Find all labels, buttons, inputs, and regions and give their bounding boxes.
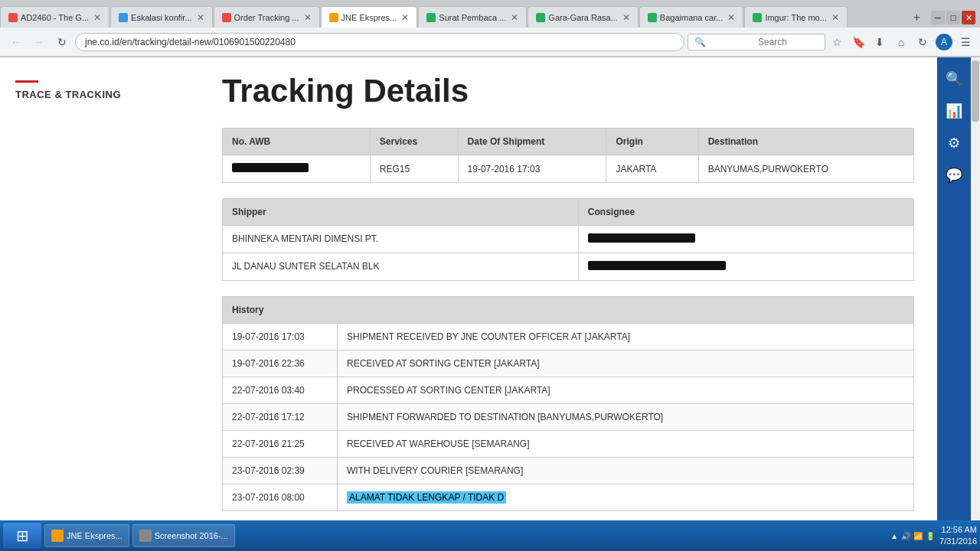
reload-button[interactable]: ↻: [52, 32, 72, 52]
sync-icon[interactable]: ↻: [914, 34, 931, 51]
tab-t4[interactable]: JNE Ekspres...✕: [321, 6, 418, 28]
right-icon-chart[interactable]: 📊: [939, 96, 969, 126]
right-icon-search[interactable]: 🔍: [939, 64, 969, 94]
menu-icon[interactable]: ☰: [957, 34, 974, 51]
bookmark-star-icon[interactable]: ☆: [828, 34, 845, 51]
history-date: 19-07-2016 22:36: [223, 350, 338, 377]
search-icon: 🔍: [694, 37, 755, 47]
history-date: 23-07-2016 02:39: [223, 458, 338, 484]
sidebar-accent: [15, 80, 38, 83]
date-cell: 19-07-2016 17:03: [458, 155, 606, 183]
history-row: 19-07-2016 22:36RECEIVED AT SORTING CENT…: [223, 350, 914, 377]
home-icon[interactable]: ⌂: [893, 34, 910, 51]
history-row: 23-07-2016 02:39WITH DELIVERY COURIER [S…: [223, 458, 914, 484]
col-header-consignee: Consignee: [578, 199, 913, 226]
history-date: 22-07-2016 03:40: [223, 377, 338, 404]
awb-redacted: [232, 163, 309, 172]
history-row: 22-07-2016 17:12SHIPMENT FORWARDED TO DE…: [223, 404, 914, 431]
page-heading: Tracking Details: [222, 73, 914, 109]
scrollbar[interactable]: [971, 57, 980, 521]
consignee-address-redacted: [588, 261, 726, 270]
destination-cell: BANYUMAS,PURWOKERTO: [698, 155, 913, 183]
history-event: SHIPMENT FORWARDED TO DESTINATION [BANYU…: [338, 404, 914, 431]
shipper-address: JL DANAU SUNTER SELATAN BLK: [223, 253, 579, 281]
history-event: ALAMAT TIDAK LENGKAP / TIDAK D: [338, 484, 914, 511]
consignee-name-redacted: [588, 233, 695, 243]
address-text: jne.co.id/en/tracking/detail-new/0106901…: [85, 37, 675, 47]
history-date: 19-07-2016 17:03: [223, 324, 338, 350]
history-event: RECEIVED AT SORTING CENTER [JAKARTA]: [338, 350, 914, 377]
page-wrapper: TRACE & TRACKING Tracking Details No. AW…: [0, 57, 980, 521]
shipper-row-2: JL DANAU SUNTER SELATAN BLK: [223, 253, 914, 281]
main-content: Tracking Details No. AWB Services Date O…: [214, 57, 937, 521]
nav-icons: ☆ 🔖 ⬇ ⌂ ↻ A ☰: [828, 34, 974, 51]
history-date: 23-07-2016 08:00: [223, 484, 338, 511]
close-button[interactable]: ✕: [962, 11, 975, 24]
nav-bar: ← → ↻ jne.co.id/en/tracking/detail-new/0…: [0, 28, 980, 57]
history-row: 22-07-2016 21:25RECEIVED AT WAREHOUSE [S…: [223, 431, 914, 458]
history-row: 22-07-2016 03:40PROCESSED AT SORTING CEN…: [223, 377, 914, 404]
history-row: 19-07-2016 17:03SHIPMENT RECEIVED BY JNE…: [223, 324, 914, 350]
forward-button[interactable]: →: [29, 32, 49, 52]
col-header-shipper: Shipper: [223, 199, 579, 226]
history-event: PROCESSED AT SORTING CENTER [JAKARTA]: [338, 377, 914, 404]
sidebar-title: TRACE & TRACKING: [15, 89, 199, 100]
back-button[interactable]: ←: [6, 32, 26, 52]
consignee-name: [578, 226, 913, 253]
col-header-destination: Destination: [698, 129, 913, 155]
history-event: RECEIVED AT WAREHOUSE [SEMARANG]: [338, 431, 914, 458]
browser-chrome: AD2460 - The G...✕Eskalasi konfir...✕Ord…: [0, 0, 980, 57]
highlighted-event: ALAMAT TIDAK LENGKAP / TIDAK D: [347, 491, 506, 504]
history-header: History: [223, 297, 914, 324]
history-date: 22-07-2016 17:12: [223, 404, 338, 431]
right-icon-settings[interactable]: ⚙: [939, 128, 969, 158]
col-header-origin: Origin: [606, 129, 698, 155]
history-row: 23-07-2016 08:00ALAMAT TIDAK LENGKAP / T…: [223, 484, 914, 511]
search-box[interactable]: 🔍 Search: [688, 34, 825, 51]
tab-t1[interactable]: AD2460 - The G...✕: [0, 6, 109, 28]
tab-bar: AD2460 - The G...✕Eskalasi konfir...✕Ord…: [0, 0, 980, 28]
awb-cell: [223, 155, 371, 183]
history-event: SHIPMENT RECEIVED BY JNE COUNTER OFFICER…: [338, 324, 914, 350]
col-header-date: Date Of Shipment: [458, 129, 606, 155]
services-cell: REG15: [370, 155, 458, 183]
tab-t8[interactable]: Imgur: The mo...✕: [744, 6, 848, 28]
new-tab-button[interactable]: +: [907, 8, 926, 28]
tab-t7[interactable]: Bagaimana car...✕: [639, 6, 744, 28]
maximize-button[interactable]: □: [946, 11, 960, 24]
tab-t5[interactable]: Surat Pembaca ...✕: [418, 6, 527, 28]
minimize-button[interactable]: ─: [931, 11, 945, 24]
tab-t6[interactable]: Gara-Gara Rasa...✕: [528, 6, 638, 28]
right-icon-chat[interactable]: 💬: [939, 160, 969, 191]
bookmark-icon[interactable]: 🔖: [850, 34, 867, 51]
origin-cell: JAKARTA: [606, 155, 698, 183]
history-table: History 19-07-2016 17:03SHIPMENT RECEIVE…: [222, 296, 914, 511]
shipment-row: REG15 19-07-2016 17:03 JAKARTA BANYUMAS,…: [223, 155, 914, 183]
download-icon[interactable]: ⬇: [871, 34, 888, 51]
tab-t3[interactable]: Order Tracking ...✕: [214, 6, 320, 28]
shipper-row-1: BHINNEKA MENTARI DIMENSI PT.: [223, 226, 914, 253]
sidebar-left: TRACE & TRACKING: [0, 57, 214, 521]
history-date: 22-07-2016 21:25: [223, 431, 338, 458]
search-placeholder: Search: [758, 37, 818, 47]
shipper-table: Shipper Consignee BHINNEKA MENTARI DIMEN…: [222, 198, 914, 281]
taskbar: ⊞ JNE Ekspres...Screenshot 2016-... ▲ 🔊 …: [0, 520, 980, 521]
history-event: WITH DELIVERY COURIER [SEMARANG]: [338, 458, 914, 484]
scroll-thumb[interactable]: [972, 60, 979, 122]
col-header-awb: No. AWB: [223, 129, 371, 155]
address-bar[interactable]: jne.co.id/en/tracking/detail-new/0106901…: [75, 33, 684, 51]
col-header-services: Services: [370, 129, 458, 155]
shipper-name: BHINNEKA MENTARI DIMENSI PT.: [223, 226, 579, 253]
consignee-address: [578, 253, 913, 281]
tab-t2[interactable]: Eskalasi konfir...✕: [110, 6, 212, 28]
right-sidebar: 🔍 📊 ⚙ 💬: [937, 57, 971, 521]
user-icon[interactable]: A: [936, 34, 952, 51]
shipment-info-table: No. AWB Services Date Of Shipment Origin…: [222, 128, 914, 183]
